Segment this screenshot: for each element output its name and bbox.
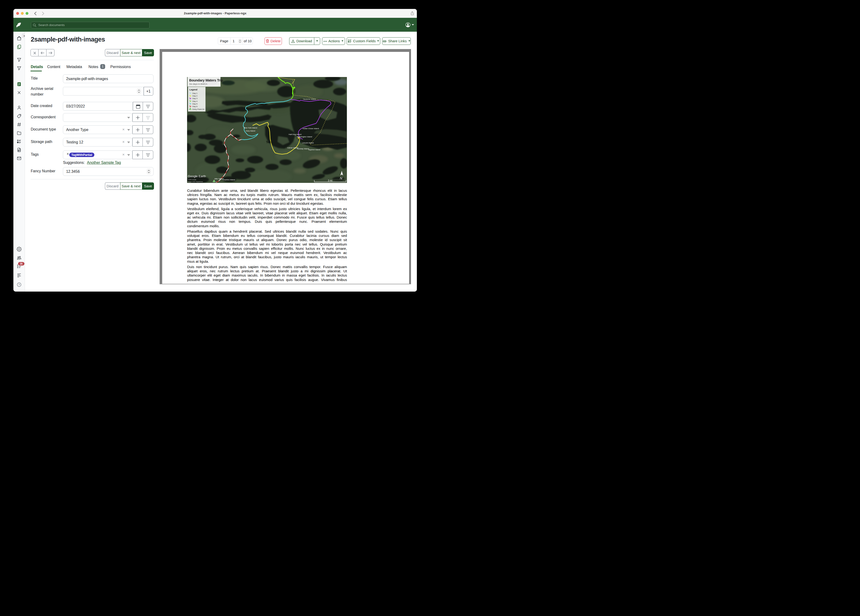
svg-text:Boundary Waters Trip: Boundary Waters Trip (189, 79, 223, 82)
svg-text:Day 4: Day 4 (193, 100, 198, 102)
svg-text:© 2017 Google: © 2017 Google (188, 179, 196, 180)
svg-text:Day 2: Day 2 (193, 95, 198, 97)
svg-text:Six days in BWCA: Six days in BWCA (189, 83, 207, 85)
svg-text:Squirrel Island: Squirrel Island (308, 149, 320, 151)
svg-text:Hausons Island: Hausons Island (303, 98, 316, 100)
svg-text:Google Earth: Google Earth (188, 174, 206, 178)
svg-text:Day 3: Day 3 (193, 97, 198, 100)
svg-text:Lincoln Island: Lincoln Island (302, 142, 314, 144)
svg-text:N: N (340, 176, 342, 180)
svg-text:Image © 2017 DigitalGlobe: Image © 2017 DigitalGlobe (188, 181, 203, 182)
svg-text:3 mi: 3 mi (328, 179, 332, 182)
svg-text:Entry Point 24: Entry Point 24 (193, 108, 204, 110)
svg-text:Day 6: Day 6 (193, 105, 198, 107)
svg-text:Legend: Legend (190, 88, 198, 91)
svg-text:Half Dog Island: Half Dog Island (289, 134, 301, 135)
svg-text:Text: Text (266, 140, 272, 144)
svg-text:Canoe Island: Canoe Island (287, 147, 298, 149)
svg-text:Day 5: Day 5 (193, 103, 198, 105)
svg-text:Washington Island: Washington Island (297, 136, 312, 138)
svg-text:Indian Grave Island: Indian Grave Island (303, 127, 319, 130)
svg-text:Day 1: Day 1 (193, 92, 198, 94)
svg-text:Charlies Island: Charlies Island (223, 179, 235, 181)
svg-text:?: ? (18, 283, 20, 286)
svg-text:Gary Island: Gary Island (246, 130, 255, 132)
svg-text:New York Island: New York Island (244, 127, 257, 129)
svg-text:Norway Island: Norway Island (297, 148, 309, 150)
svg-text:Mile Island: Mile Island (215, 178, 223, 180)
